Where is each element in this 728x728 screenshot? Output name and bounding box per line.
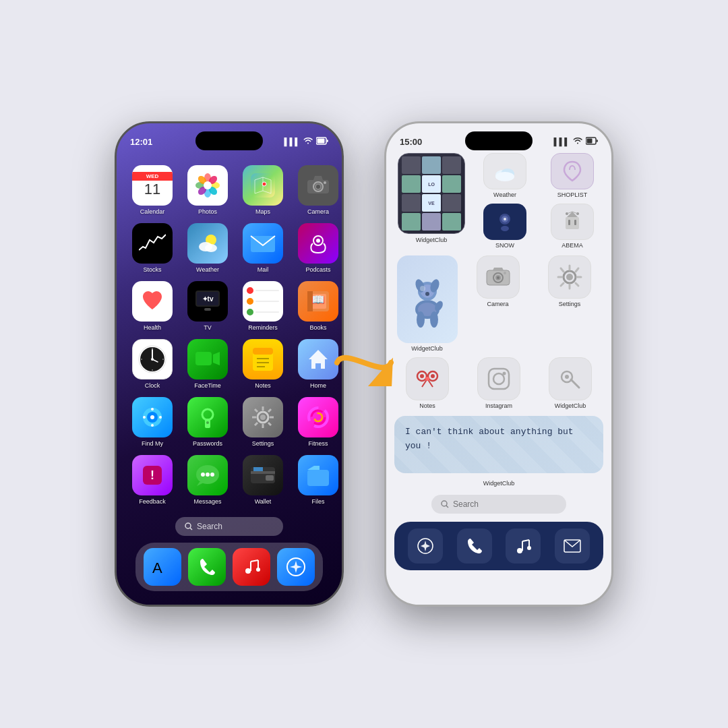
weather-icon-left	[187, 223, 228, 264]
weather-right-icon	[483, 153, 526, 189]
dock-right-music[interactable]	[506, 528, 541, 564]
svg-line-127	[561, 283, 564, 286]
wifi-icon	[303, 137, 313, 146]
svg-point-24	[316, 239, 320, 243]
balloon-dog-item[interactable]: WidgetClub	[394, 255, 460, 352]
dynamic-island-left	[195, 131, 263, 150]
svg-line-90	[251, 560, 258, 562]
podcasts-label: Podcasts	[305, 266, 330, 273]
app-item-weather[interactable]: Weather	[184, 223, 231, 273]
dock-safari[interactable]	[277, 548, 315, 586]
app-item-findmy[interactable]: Find My	[129, 397, 176, 447]
abema-item[interactable]: ABEMA	[541, 204, 603, 249]
instagram-item[interactable]: Instagram	[466, 357, 532, 409]
svg-point-79	[210, 473, 214, 477]
tv-label: TV	[204, 324, 212, 331]
svg-marker-155	[421, 541, 430, 551]
shoplist-icon	[551, 153, 594, 189]
arrow-icon	[330, 339, 398, 386]
app-item-wallet[interactable]: Wallet	[239, 455, 286, 505]
dock-right-safari[interactable]	[408, 528, 443, 564]
maps-label: Maps	[255, 208, 270, 215]
svg-point-145	[425, 377, 429, 381]
svg-point-78	[206, 473, 210, 477]
dock-right-mail[interactable]	[555, 528, 590, 564]
app-item-photos[interactable]: Photos	[184, 165, 231, 215]
widgetclub-large-item[interactable]: LO VE WidgetClub	[394, 153, 468, 249]
signal-icon-right: ▌▌▌	[554, 138, 570, 146]
fitness-icon	[298, 397, 338, 437]
svg-rect-82	[266, 475, 274, 481]
svg-point-148	[503, 372, 506, 375]
svg-point-53	[150, 415, 154, 419]
instagram-icon	[477, 357, 520, 400]
stocks-icon	[132, 223, 173, 264]
app-item-camera[interactable]: Camera	[295, 165, 342, 215]
top-section: LO VE WidgetClub	[394, 153, 603, 249]
svg-point-135	[430, 311, 438, 328]
app-item-messages[interactable]: Messages	[184, 455, 231, 505]
search-bar-left[interactable]: Search	[175, 517, 283, 536]
weather-right-item[interactable]: Weather	[474, 153, 536, 198]
pixel-art: LO VE	[399, 154, 464, 233]
app-item-facetime[interactable]: FaceTime	[184, 339, 231, 389]
findmy-label: Find My	[142, 440, 163, 447]
camera-right-item[interactable]: Camera	[465, 255, 530, 307]
svg-point-40	[162, 359, 164, 360]
app-item-fitness[interactable]: Fitness	[295, 397, 342, 447]
svg-text:📖: 📖	[311, 293, 325, 306]
app-item-passwords[interactable]: Passwords	[184, 397, 231, 447]
bottom-icons-section: Notes Instagram	[394, 357, 603, 409]
svg-marker-44	[213, 352, 220, 365]
app-item-mail[interactable]: Mail	[239, 223, 286, 273]
files-label: Files	[311, 498, 324, 505]
svg-point-60	[206, 421, 209, 424]
svg-text:✦tv: ✦tv	[202, 295, 214, 303]
notes-right-label: Notes	[419, 402, 435, 409]
home-label: Home	[310, 382, 326, 389]
dock-right-phone[interactable]	[457, 528, 492, 564]
svg-rect-105	[566, 217, 579, 229]
svg-line-67	[268, 423, 271, 425]
svg-text:A: A	[152, 559, 162, 576]
snow-label: SNOW	[495, 242, 514, 249]
app-item-files[interactable]: Files	[295, 455, 342, 505]
app-item-notes[interactable]: Notes	[239, 339, 286, 389]
svg-point-54	[151, 408, 154, 411]
app-item-podcasts[interactable]: Podcasts	[295, 223, 342, 273]
svg-rect-46	[253, 348, 273, 355]
wifi-icon-right	[573, 137, 582, 146]
dock-phone[interactable]	[188, 548, 226, 586]
app-item-feedback[interactable]: ! Feedback	[129, 455, 176, 505]
app-item-calendar[interactable]: WED 11 Calendar	[129, 165, 176, 215]
widget-label: WidgetClub	[483, 480, 515, 487]
app-item-health[interactable]: Health	[129, 281, 176, 331]
svg-rect-81	[251, 471, 275, 474]
notes-right-item[interactable]: Notes	[394, 357, 460, 409]
widget-text: I can't think about anything but you !	[405, 425, 593, 454]
dock-music[interactable]	[233, 548, 270, 586]
dock-appstore[interactable]: A	[144, 548, 181, 586]
search-bar-right[interactable]: Search	[431, 495, 566, 514]
app-item-tv[interactable]: ✦tv TV	[184, 281, 231, 331]
svg-point-104	[504, 218, 506, 220]
settings-right-item[interactable]: Settings	[536, 255, 603, 307]
shoplist-item[interactable]: SHOPLIST	[541, 153, 603, 198]
app-item-stocks[interactable]: Stocks	[129, 223, 176, 273]
app-item-reminders[interactable]: Reminders	[239, 281, 286, 331]
widgetclub-right-label: WidgetClub	[555, 402, 586, 409]
widgetclub-right-item[interactable]: WidgetClub	[537, 357, 603, 409]
snow-item[interactable]: SNOW	[474, 204, 536, 249]
svg-rect-107	[568, 220, 570, 225]
svg-rect-97	[587, 139, 593, 144]
weather-label: Weather	[196, 266, 219, 273]
svg-line-151	[571, 380, 579, 388]
app-item-maps[interactable]: Maps	[239, 165, 286, 215]
app-item-books[interactable]: 📖 Books	[295, 281, 342, 331]
text-widget-container: I can't think about anything but you ! W…	[394, 416, 603, 488]
app-item-settings[interactable]: Settings	[239, 397, 286, 447]
svg-line-66	[255, 409, 257, 412]
app-item-clock[interactable]: Clock	[129, 339, 176, 389]
widgetclub-right-icon	[549, 357, 592, 400]
books-label: Books	[309, 324, 326, 331]
